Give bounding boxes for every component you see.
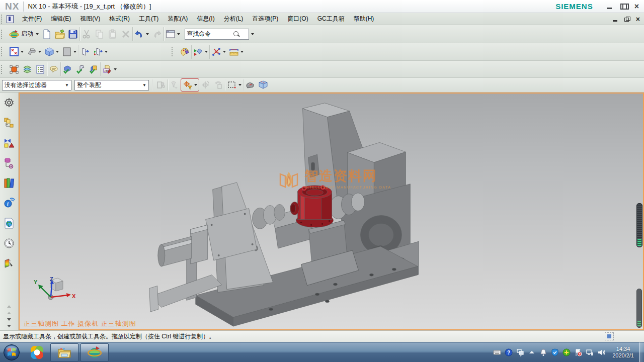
taskbar-clock[interactable]: 14:34 2020/2/1 xyxy=(612,346,634,359)
find-command-input[interactable] xyxy=(187,31,233,38)
menu-information[interactable]: 信息(I) xyxy=(192,13,219,25)
floating-scrollbar-1[interactable] xyxy=(636,203,642,247)
filter-crosshair-button[interactable] xyxy=(181,79,199,91)
child-restore-button[interactable] xyxy=(624,17,630,22)
view-orient-button[interactable] xyxy=(43,46,60,58)
menu-help[interactable]: 帮助(H) xyxy=(349,13,379,25)
immediate-hide-button[interactable] xyxy=(92,46,109,58)
menu-assemblies[interactable]: 装配(A) xyxy=(163,13,192,25)
restore-button[interactable] xyxy=(620,4,627,10)
assembly-3d-model[interactable] xyxy=(20,94,643,329)
move-component-button[interactable] xyxy=(8,63,21,75)
window-layout-button[interactable] xyxy=(164,28,182,40)
undo-button[interactable] xyxy=(133,28,150,40)
tray-antivirus-icon[interactable] xyxy=(562,348,571,356)
palette-spectrum-icon[interactable] xyxy=(3,257,15,269)
close-button[interactable]: × xyxy=(634,4,639,10)
show-hide-button[interactable] xyxy=(78,46,92,58)
history-clock-icon[interactable] xyxy=(3,237,15,249)
rotate-point-button[interactable] xyxy=(199,79,212,91)
toolbar3-drag-handle[interactable] xyxy=(1,65,4,74)
new-file-button[interactable] xyxy=(40,28,53,40)
copy-button[interactable] xyxy=(93,28,106,40)
role-palette-button[interactable] xyxy=(178,46,191,58)
hd3d-info-icon[interactable]: i xyxy=(3,197,15,209)
edit-text-button[interactable]: ABC xyxy=(101,63,118,75)
cut-button[interactable] xyxy=(80,28,93,40)
start-button[interactable] xyxy=(3,344,20,361)
scroll-up-icon[interactable] xyxy=(7,305,11,308)
red-pump-part[interactable] xyxy=(290,186,334,227)
nx-task-button[interactable] xyxy=(80,343,109,361)
assembly-navigator-button[interactable] xyxy=(34,63,47,75)
tray-shield-icon[interactable] xyxy=(551,348,559,356)
tray-action-center-icon[interactable] xyxy=(574,348,582,356)
paste-button[interactable] xyxy=(106,28,119,40)
find-command-dropdown-arrow[interactable] xyxy=(251,33,254,35)
constraints-button[interactable] xyxy=(210,46,227,58)
tray-bell-icon[interactable] xyxy=(539,348,547,356)
view-triad[interactable]: Z X Y xyxy=(32,277,77,306)
marquee-select-button[interactable] xyxy=(225,79,243,91)
selection-filter-combo[interactable]: 没有选择过滤器 ▼ xyxy=(2,80,71,90)
scroll-down2-icon[interactable] xyxy=(7,325,11,327)
constraint-navigator-icon[interactable] xyxy=(3,137,15,149)
start-menu-button[interactable]: 启动 xyxy=(8,28,40,40)
layer-settings-button[interactable] xyxy=(21,63,34,75)
menu-file[interactable]: 文件(F) xyxy=(18,13,46,25)
floating-scrollbar-2[interactable] xyxy=(636,289,642,328)
check-cube-button[interactable] xyxy=(87,63,100,75)
tray-window-switch-icon[interactable] xyxy=(516,348,524,356)
search-icon[interactable] xyxy=(233,31,240,38)
menu-format[interactable]: 格式(R) xyxy=(105,13,134,25)
tray-help-icon[interactable]: ? xyxy=(505,348,513,356)
scroll-up2-icon[interactable] xyxy=(7,312,11,314)
glass-cube-button[interactable] xyxy=(257,79,270,91)
annotation-button[interactable] xyxy=(47,63,60,75)
tray-keyboard-icon[interactable] xyxy=(493,348,501,356)
redo-button[interactable] xyxy=(150,28,164,40)
web-browser-icon[interactable] xyxy=(3,217,15,229)
child-close-button[interactable]: × xyxy=(636,17,640,22)
menu-gc-toolbox[interactable]: GC工具箱 xyxy=(313,13,349,25)
snap-point-button[interactable] xyxy=(244,79,257,91)
menu-window[interactable]: 窗口(O) xyxy=(283,13,312,25)
open-file-button[interactable] xyxy=(53,28,66,40)
minimize-button[interactable] xyxy=(606,4,613,10)
drag-handle-button[interactable] xyxy=(212,79,225,91)
scope-combo[interactable]: 整个装配 ▼ xyxy=(74,80,149,90)
scroll-down-icon[interactable] xyxy=(7,318,11,321)
menubar-drag-handle[interactable] xyxy=(1,15,4,24)
fit-view-button[interactable] xyxy=(8,46,25,58)
filter-back-button[interactable] xyxy=(168,79,181,91)
background-button[interactable] xyxy=(60,46,78,58)
toolbar2-drag-handle[interactable] xyxy=(1,47,4,56)
graphics-window[interactable]: 智造资料网 INTELLIGENT MANUFACTURING DATA Z X… xyxy=(19,93,644,330)
find-command-box[interactable] xyxy=(185,29,249,40)
rendering-style-button[interactable] xyxy=(25,46,43,58)
toolbar1-drag-handle[interactable] xyxy=(1,30,4,39)
check-tool-button[interactable] xyxy=(74,63,87,75)
reuse-library-icon[interactable] xyxy=(3,177,15,189)
explorer-task-button[interactable] xyxy=(50,343,78,361)
menu-tools[interactable]: 工具(T) xyxy=(134,13,163,25)
check-clearance-button[interactable] xyxy=(61,63,74,75)
assembly-navigator-icon[interactable] xyxy=(3,117,15,129)
menu-preferences[interactable]: 首选项(P) xyxy=(248,13,283,25)
pinned-app-icon[interactable] xyxy=(28,344,45,361)
tray-expand-icon[interactable] xyxy=(528,348,536,356)
menu-edit[interactable]: 编辑(E) xyxy=(46,13,75,25)
measure-button[interactable] xyxy=(227,46,245,58)
show-desktop-button[interactable] xyxy=(639,342,644,362)
save-button[interactable] xyxy=(66,28,79,40)
part-navigator-icon[interactable] xyxy=(3,157,15,169)
delete-button[interactable] xyxy=(119,28,132,40)
menu-view[interactable]: 视图(V) xyxy=(75,13,105,25)
tray-network-icon[interactable] xyxy=(586,348,594,356)
animation-button[interactable] xyxy=(192,46,209,58)
toolbar2b-drag-handle[interactable] xyxy=(172,47,174,56)
clip-window-icon[interactable] xyxy=(605,332,614,340)
tray-volume-icon[interactable] xyxy=(597,348,605,356)
roles-gear-icon[interactable] xyxy=(3,97,15,109)
child-minimize-button[interactable] xyxy=(613,17,618,22)
